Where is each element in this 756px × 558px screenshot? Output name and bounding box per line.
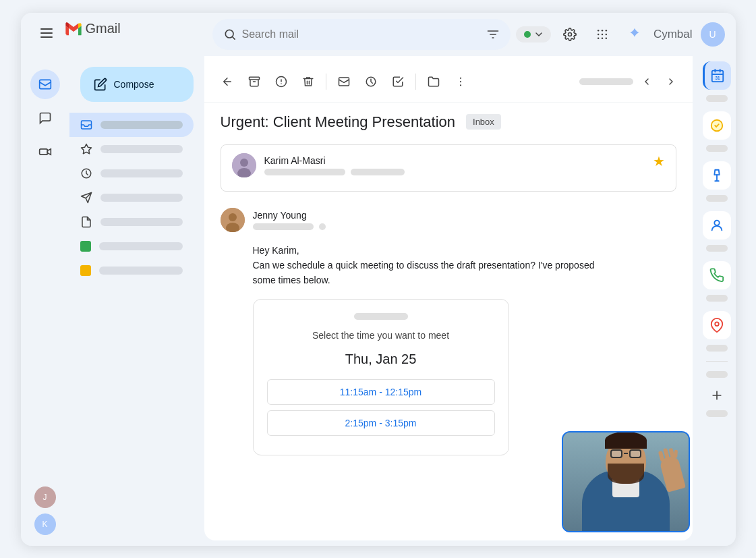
search-input[interactable]: [242, 28, 481, 40]
account-avatar-1[interactable]: J: [34, 486, 56, 508]
user-avatar[interactable]: U: [701, 22, 725, 47]
gemini-button[interactable]: [621, 21, 648, 48]
sidebar-item-label-yellow[interactable]: [69, 258, 194, 283]
svg-point-7: [598, 33, 600, 35]
starred-label-placeholder: [100, 145, 183, 153]
toolbar-divider-1: [326, 74, 326, 90]
compose-label: Compose: [114, 79, 154, 90]
archive-button[interactable]: [242, 69, 266, 94]
right-panel-tasks-label: [706, 145, 728, 152]
svg-rect-0: [40, 28, 53, 30]
inbox-label-placeholder: [100, 121, 183, 129]
svg-point-6: [605, 29, 607, 31]
sidebar-item-sent[interactable]: [69, 186, 194, 210]
right-panel-extra-label: [706, 371, 728, 378]
email-header-1: Karim Al-Masri ★: [232, 153, 665, 177]
svg-point-4: [598, 29, 600, 31]
meeting-title-placeholder: [354, 313, 408, 320]
sender-info-1: Karim Al-Masri: [232, 153, 405, 177]
meeting-card-header: [267, 313, 495, 320]
move-to-button[interactable]: [421, 69, 446, 94]
search-bar[interactable]: [212, 19, 511, 50]
app-container: Gmail: [21, 13, 736, 546]
sender-avatar-1: [232, 153, 256, 177]
compose-button[interactable]: Compose: [80, 67, 194, 102]
report-spam-button[interactable]: [269, 69, 293, 94]
header: Gmail: [21, 13, 736, 56]
meeting-date: Thu, Jan 25: [267, 348, 495, 370]
toolbar-divider-2: [415, 74, 416, 90]
account-avatar-2[interactable]: K: [34, 513, 56, 535]
add-tasks-button[interactable]: [386, 69, 410, 94]
sidebar-item-inbox[interactable]: [69, 113, 194, 137]
svg-point-34: [714, 220, 719, 225]
sidebar-item-starred[interactable]: [69, 137, 194, 161]
add-apps-button[interactable]: [706, 385, 728, 406]
sidebar-narrow: J K: [21, 13, 69, 546]
yellow-label-placeholder: [99, 267, 183, 275]
right-panel: 31: [698, 13, 736, 546]
time-slot-1[interactable]: 11:15am - 12:15pm: [267, 379, 495, 405]
svg-point-26: [240, 159, 248, 167]
nav-mail-button[interactable]: [30, 69, 60, 99]
svg-point-11: [602, 37, 604, 39]
star-button-1[interactable]: ★: [653, 153, 665, 169]
right-panel-contacts-label: [706, 245, 728, 252]
gmail-label: Gmail: [86, 21, 121, 36]
svg-rect-14: [39, 148, 47, 154]
right-panel-contacts[interactable]: [703, 211, 731, 240]
svg-point-8: [602, 33, 604, 35]
delete-button[interactable]: [296, 69, 320, 94]
svg-marker-16: [81, 144, 91, 153]
nav-chat-button[interactable]: [30, 103, 60, 133]
sender-avatar-2: [221, 208, 245, 232]
svg-rect-18: [249, 77, 259, 80]
placeholder-bar: [351, 169, 405, 175]
email-message-2: Jenny Young Hey Karim, Can: [221, 200, 676, 464]
sidebar-accounts: J K: [34, 476, 56, 546]
right-panel-divider: [706, 361, 728, 362]
time-slot-2[interactable]: 2:15pm - 3:15pm: [267, 410, 495, 436]
sender-details-placeholder-1: [264, 169, 405, 175]
gmail-logo: Gmail: [64, 20, 121, 38]
yellow-label-icon: [80, 265, 91, 276]
svg-point-35: [715, 322, 719, 326]
right-panel-calendar-label: [706, 95, 728, 102]
more-actions-button[interactable]: [448, 69, 473, 94]
brand-name: Cymbal: [653, 28, 693, 41]
back-button[interactable]: [215, 69, 239, 94]
body-greeting: Hey Karim,: [253, 243, 676, 258]
sidebar-item-drafts[interactable]: [69, 210, 194, 234]
next-page-button[interactable]: [660, 71, 682, 92]
search-filter-icon[interactable]: [486, 28, 500, 41]
svg-point-9: [605, 33, 607, 35]
svg-point-10: [598, 37, 600, 39]
mark-unread-button[interactable]: [332, 69, 356, 94]
right-panel-keep[interactable]: [703, 161, 731, 190]
svg-rect-1: [40, 32, 53, 34]
email-body-2: Hey Karim, Can we schedule a quick meeti…: [221, 238, 676, 456]
sender-name-1: Karim Al-Masri: [264, 155, 405, 166]
sidebar-item-snoozed[interactable]: [69, 161, 194, 186]
svg-point-23: [459, 80, 461, 82]
body-text: Can we schedule a quick meeting to discu…: [253, 258, 676, 288]
nav-meet-button[interactable]: [30, 137, 60, 167]
right-panel-phone[interactable]: [703, 261, 731, 289]
settings-button[interactable]: [556, 21, 583, 48]
apps-button[interactable]: [589, 21, 616, 48]
email-message-1[interactable]: Karim Al-Masri ★: [221, 144, 676, 192]
svg-text:31: 31: [715, 76, 720, 80]
snooze-button[interactable]: [359, 69, 383, 94]
video-thumbnail[interactable]: [562, 431, 690, 532]
meeting-card: Select the time you want to meet Thu, Ja…: [253, 299, 509, 455]
right-panel-maps[interactable]: [703, 311, 731, 339]
status-indicator[interactable]: [516, 26, 551, 43]
drafts-label-placeholder: [100, 218, 183, 226]
menu-button[interactable]: [32, 18, 61, 48]
right-panel-tasks[interactable]: [703, 111, 731, 140]
prev-page-button[interactable]: [636, 71, 658, 92]
right-panel-calendar[interactable]: 31: [703, 61, 731, 90]
svg-point-24: [459, 84, 461, 86]
inbox-badge: Inbox: [466, 114, 501, 130]
sidebar-item-label-green[interactable]: [69, 234, 194, 258]
